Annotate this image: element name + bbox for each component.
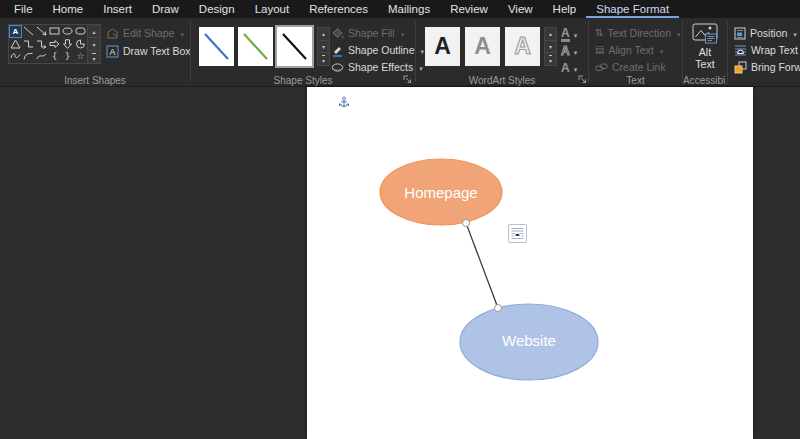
text-outline-icon: A xyxy=(561,45,570,57)
connector-start-handle[interactable] xyxy=(463,220,470,227)
chevron-down-icon xyxy=(658,41,664,59)
chevron-down-icon xyxy=(572,42,578,60)
tab-design[interactable]: Design xyxy=(189,0,245,18)
tab-shape-format[interactable]: Shape Format xyxy=(586,0,679,18)
layout-options-icon xyxy=(511,227,524,240)
text-outline-button[interactable]: A xyxy=(561,42,577,60)
shape-right-brace-icon[interactable]: } xyxy=(61,50,74,63)
word-window: File Home Insert Draw Design Layout Refe… xyxy=(0,0,800,439)
tab-home[interactable]: Home xyxy=(43,0,94,18)
text-fill-button[interactable]: A xyxy=(561,25,577,43)
chevron-down-icon xyxy=(399,24,405,42)
wordart-preset-gray-fill[interactable] xyxy=(465,27,500,66)
wordart-gallery-scroll xyxy=(544,27,557,66)
shape-scribble-icon[interactable] xyxy=(9,50,22,63)
shape-pie-icon[interactable] xyxy=(74,38,87,51)
position-button[interactable]: Position xyxy=(734,25,797,41)
wordart-scroll-down-icon[interactable] xyxy=(545,41,556,54)
ribbon-tab-bar: File Home Insert Draw Design Layout Refe… xyxy=(0,0,800,18)
connector-line[interactable] xyxy=(466,223,498,308)
text-direction-icon: ⇅ xyxy=(595,28,603,38)
create-link-icon xyxy=(595,62,608,73)
shape-outline-button[interactable]: Shape Outline xyxy=(331,42,424,58)
text-effects-icon: A xyxy=(561,62,570,74)
gallery-scroll-up-icon[interactable] xyxy=(88,25,100,38)
gallery-more-icon[interactable] xyxy=(88,51,100,63)
shape-style-preset-black-selected[interactable] xyxy=(277,27,312,66)
style-more-icon[interactable] xyxy=(318,53,329,65)
website-shape-label: Website xyxy=(502,332,556,349)
wordart-preset-black-fill[interactable] xyxy=(425,27,460,66)
group-label-insert-shapes: Insert Shapes xyxy=(0,75,190,86)
group-insert-shapes: { } ☆ Edit Shape A Draw Text Box Insert … xyxy=(0,18,190,87)
shape-effects-icon xyxy=(331,61,344,74)
shape-styles-dialog-launcher-icon[interactable] xyxy=(403,75,412,84)
shape-oval-icon[interactable] xyxy=(61,25,74,38)
wordart-dialog-launcher-icon[interactable] xyxy=(578,75,587,84)
homepage-shape-label: Homepage xyxy=(404,184,477,201)
shape-down-arrow-icon[interactable] xyxy=(61,38,74,51)
layout-options-button[interactable] xyxy=(508,224,527,243)
shape-elbow-connector-icon[interactable] xyxy=(22,38,35,51)
bring-forward-icon xyxy=(734,61,747,74)
group-label-text: Text xyxy=(589,75,682,86)
drawing-canvas: Homepage Website xyxy=(307,87,753,439)
create-link-button: Create Link xyxy=(595,59,666,75)
chevron-down-icon xyxy=(572,25,578,43)
gallery-scroll-down-icon[interactable] xyxy=(88,38,100,51)
group-accessibility: Alt Text Accessibi… xyxy=(683,18,727,87)
shape-line-icon[interactable] xyxy=(22,25,35,38)
document-page[interactable]: Homepage Website xyxy=(307,87,753,439)
wordart-more-icon[interactable] xyxy=(545,53,556,65)
group-arrange: Position Wrap Text Bring Forward xyxy=(728,18,800,87)
shape-effects-button[interactable]: Shape Effects xyxy=(331,59,423,75)
shape-star-icon[interactable]: ☆ xyxy=(74,50,87,63)
style-scroll-up-icon[interactable] xyxy=(318,28,329,41)
group-label-accessibility: Accessibi… xyxy=(683,75,727,86)
draw-text-box-button[interactable]: A Draw Text Box xyxy=(106,43,191,59)
shape-gallery: { } ☆ xyxy=(8,24,101,64)
wrap-text-button[interactable]: Wrap Text xyxy=(734,42,800,58)
document-area: Homepage Website xyxy=(0,87,800,439)
edit-shape-icon xyxy=(106,27,119,40)
align-text-icon: ▤ xyxy=(595,45,604,55)
group-wordart-styles: A A A WordArt Styles xyxy=(416,18,588,87)
shape-fill-icon xyxy=(331,27,344,40)
shape-fill-button: Shape Fill xyxy=(331,25,404,41)
edit-shape-button: Edit Shape xyxy=(106,25,184,41)
shape-curve-icon[interactable] xyxy=(35,50,48,63)
shape-line-arrow-icon[interactable] xyxy=(35,25,48,38)
tab-help[interactable]: Help xyxy=(543,0,587,18)
shape-triangle-icon[interactable] xyxy=(9,38,22,51)
wrap-text-icon xyxy=(734,44,747,57)
tab-draw[interactable]: Draw xyxy=(142,0,189,18)
text-direction-button: ⇅ Text Direction xyxy=(595,25,681,41)
tab-file[interactable]: File xyxy=(4,0,43,18)
tab-layout[interactable]: Layout xyxy=(245,0,300,18)
tab-references[interactable]: References xyxy=(299,0,378,18)
wordart-preset-outline[interactable] xyxy=(505,27,540,66)
shape-text-box-icon[interactable] xyxy=(9,25,22,38)
connector-end-handle[interactable] xyxy=(495,305,502,312)
shape-rounded-rectangle-icon[interactable] xyxy=(74,25,87,38)
alt-text-icon xyxy=(692,23,719,44)
tab-review[interactable]: Review xyxy=(440,0,498,18)
shape-rectangle-icon[interactable] xyxy=(48,25,61,38)
position-icon xyxy=(734,27,746,40)
tab-insert[interactable]: Insert xyxy=(93,0,142,18)
text-fill-icon: A xyxy=(561,27,570,42)
shape-style-preset-green[interactable] xyxy=(238,27,273,66)
alt-text-button[interactable]: Alt Text xyxy=(685,23,725,71)
shape-right-arrow-icon[interactable] xyxy=(48,38,61,51)
shape-outline-icon xyxy=(331,44,344,57)
bring-forward-button[interactable]: Bring Forward xyxy=(734,59,800,75)
shape-style-preset-blue[interactable] xyxy=(199,27,234,66)
tab-view[interactable]: View xyxy=(498,0,543,18)
wordart-scroll-up-icon[interactable] xyxy=(545,28,556,41)
style-scroll-down-icon[interactable] xyxy=(318,41,329,54)
shape-left-brace-icon[interactable]: { xyxy=(48,50,61,63)
chevron-down-icon xyxy=(675,24,681,42)
shape-arc-icon[interactable] xyxy=(22,50,35,63)
shape-elbow-arrow-connector-icon[interactable] xyxy=(35,38,48,51)
tab-mailings[interactable]: Mailings xyxy=(378,0,440,18)
